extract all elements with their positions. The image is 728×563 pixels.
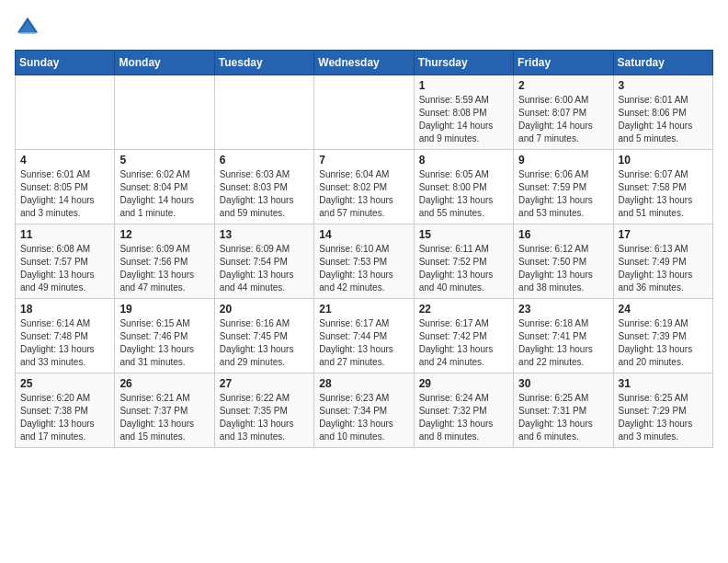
calendar-cell: 22Sunrise: 6:17 AM Sunset: 7:42 PM Dayli… — [414, 299, 513, 373]
day-number: 2 — [518, 79, 608, 92]
day-number: 22 — [419, 303, 508, 316]
calendar-cell: 12Sunrise: 6:09 AM Sunset: 7:56 PM Dayli… — [115, 224, 214, 299]
day-info: Sunrise: 6:23 AM Sunset: 7:34 PM Dayligh… — [319, 392, 408, 443]
day-info: Sunrise: 6:07 AM Sunset: 7:58 PM Dayligh… — [619, 168, 708, 220]
calendar-cell — [314, 75, 414, 150]
calendar-cell: 20Sunrise: 6:16 AM Sunset: 7:45 PM Dayli… — [214, 299, 313, 373]
calendar-cell — [115, 75, 214, 150]
day-number: 3 — [619, 79, 708, 92]
day-number: 9 — [518, 154, 608, 167]
day-number: 1 — [419, 79, 508, 92]
day-info: Sunrise: 6:24 AM Sunset: 7:32 PM Dayligh… — [419, 392, 508, 443]
calendar-cell: 23Sunrise: 6:18 AM Sunset: 7:41 PM Dayli… — [514, 299, 613, 373]
calendar-cell: 2Sunrise: 6:00 AM Sunset: 8:07 PM Daylig… — [514, 75, 613, 150]
calendar-cell: 18Sunrise: 6:14 AM Sunset: 7:48 PM Dayli… — [16, 299, 115, 373]
day-header-monday: Monday — [115, 51, 214, 75]
day-info: Sunrise: 6:06 AM Sunset: 7:59 PM Dayligh… — [518, 168, 608, 220]
calendar-cell: 17Sunrise: 6:13 AM Sunset: 7:49 PM Dayli… — [613, 224, 712, 299]
calendar-cell: 4Sunrise: 6:01 AM Sunset: 8:05 PM Daylig… — [16, 150, 115, 224]
day-info: Sunrise: 6:14 AM Sunset: 7:48 PM Dayligh… — [20, 317, 109, 369]
day-number: 26 — [119, 377, 209, 390]
day-number: 20 — [220, 303, 309, 316]
day-info: Sunrise: 6:16 AM Sunset: 7:45 PM Dayligh… — [220, 317, 309, 369]
day-info: Sunrise: 6:01 AM Sunset: 8:05 PM Dayligh… — [20, 168, 109, 220]
day-number: 4 — [20, 154, 109, 167]
day-number: 5 — [119, 154, 209, 167]
day-info: Sunrise: 6:21 AM Sunset: 7:37 PM Dayligh… — [119, 392, 209, 443]
day-number: 30 — [518, 377, 608, 390]
calendar-cell — [214, 75, 313, 150]
calendar-week-row: 11Sunrise: 6:08 AM Sunset: 7:57 PM Dayli… — [16, 224, 713, 299]
day-number: 14 — [319, 228, 408, 241]
day-header-tuesday: Tuesday — [214, 51, 313, 75]
day-number: 10 — [619, 154, 708, 167]
page-header — [15, 15, 713, 40]
calendar-cell: 27Sunrise: 6:22 AM Sunset: 7:35 PM Dayli… — [214, 373, 313, 448]
day-info: Sunrise: 6:01 AM Sunset: 8:06 PM Dayligh… — [619, 94, 708, 145]
calendar-cell: 13Sunrise: 6:09 AM Sunset: 7:54 PM Dayli… — [214, 224, 313, 299]
day-info: Sunrise: 6:20 AM Sunset: 7:38 PM Dayligh… — [20, 392, 109, 443]
calendar-cell: 24Sunrise: 6:19 AM Sunset: 7:39 PM Dayli… — [613, 299, 712, 373]
day-info: Sunrise: 6:11 AM Sunset: 7:52 PM Dayligh… — [419, 243, 508, 294]
day-number: 23 — [518, 303, 608, 316]
day-info: Sunrise: 6:04 AM Sunset: 8:02 PM Dayligh… — [319, 168, 408, 220]
logo — [15, 15, 44, 40]
logo-icon — [15, 15, 40, 40]
day-info: Sunrise: 6:22 AM Sunset: 7:35 PM Dayligh… — [220, 392, 309, 443]
day-info: Sunrise: 6:18 AM Sunset: 7:41 PM Dayligh… — [518, 317, 608, 369]
calendar-cell: 29Sunrise: 6:24 AM Sunset: 7:32 PM Dayli… — [414, 373, 513, 448]
calendar-cell: 7Sunrise: 6:04 AM Sunset: 8:02 PM Daylig… — [314, 150, 414, 224]
day-number: 16 — [518, 228, 608, 241]
calendar-week-row: 1Sunrise: 5:59 AM Sunset: 8:08 PM Daylig… — [16, 75, 713, 150]
calendar-cell: 1Sunrise: 5:59 AM Sunset: 8:08 PM Daylig… — [414, 75, 513, 150]
calendar-cell: 5Sunrise: 6:02 AM Sunset: 8:04 PM Daylig… — [115, 150, 214, 224]
day-info: Sunrise: 6:03 AM Sunset: 8:03 PM Dayligh… — [220, 168, 309, 220]
calendar-cell: 28Sunrise: 6:23 AM Sunset: 7:34 PM Dayli… — [314, 373, 414, 448]
day-info: Sunrise: 6:05 AM Sunset: 8:00 PM Dayligh… — [419, 168, 508, 220]
day-number: 25 — [20, 377, 109, 390]
day-number: 8 — [419, 154, 508, 167]
calendar-week-row: 25Sunrise: 6:20 AM Sunset: 7:38 PM Dayli… — [16, 373, 713, 448]
day-header-sunday: Sunday — [16, 51, 115, 75]
day-number: 15 — [419, 228, 508, 241]
day-info: Sunrise: 6:19 AM Sunset: 7:39 PM Dayligh… — [619, 317, 708, 369]
day-number: 13 — [220, 228, 309, 241]
day-number: 6 — [220, 154, 309, 167]
day-number: 12 — [119, 228, 209, 241]
day-info: Sunrise: 6:17 AM Sunset: 7:42 PM Dayligh… — [419, 317, 508, 369]
day-info: Sunrise: 6:09 AM Sunset: 7:56 PM Dayligh… — [119, 243, 209, 294]
day-number: 24 — [619, 303, 708, 316]
calendar-cell: 31Sunrise: 6:25 AM Sunset: 7:29 PM Dayli… — [613, 373, 712, 448]
calendar-cell: 16Sunrise: 6:12 AM Sunset: 7:50 PM Dayli… — [514, 224, 613, 299]
day-info: Sunrise: 6:00 AM Sunset: 8:07 PM Dayligh… — [518, 94, 608, 145]
calendar-cell: 26Sunrise: 6:21 AM Sunset: 7:37 PM Dayli… — [115, 373, 214, 448]
calendar-cell: 8Sunrise: 6:05 AM Sunset: 8:00 PM Daylig… — [414, 150, 513, 224]
calendar-cell: 6Sunrise: 6:03 AM Sunset: 8:03 PM Daylig… — [214, 150, 313, 224]
calendar-table: SundayMondayTuesdayWednesdayThursdayFrid… — [15, 50, 713, 448]
day-header-thursday: Thursday — [414, 51, 513, 75]
calendar-cell: 14Sunrise: 6:10 AM Sunset: 7:53 PM Dayli… — [314, 224, 414, 299]
day-info: Sunrise: 6:25 AM Sunset: 7:31 PM Dayligh… — [518, 392, 608, 443]
day-number: 19 — [119, 303, 209, 316]
day-info: Sunrise: 6:12 AM Sunset: 7:50 PM Dayligh… — [518, 243, 608, 294]
calendar-cell: 30Sunrise: 6:25 AM Sunset: 7:31 PM Dayli… — [514, 373, 613, 448]
calendar-cell: 11Sunrise: 6:08 AM Sunset: 7:57 PM Dayli… — [16, 224, 115, 299]
day-number: 27 — [220, 377, 309, 390]
calendar-cell: 3Sunrise: 6:01 AM Sunset: 8:06 PM Daylig… — [613, 75, 712, 150]
day-info: Sunrise: 6:25 AM Sunset: 7:29 PM Dayligh… — [619, 392, 708, 443]
calendar-cell: 9Sunrise: 6:06 AM Sunset: 7:59 PM Daylig… — [514, 150, 613, 224]
day-info: Sunrise: 6:15 AM Sunset: 7:46 PM Dayligh… — [119, 317, 209, 369]
day-info: Sunrise: 6:02 AM Sunset: 8:04 PM Dayligh… — [119, 168, 209, 220]
day-number: 31 — [619, 377, 708, 390]
day-number: 28 — [319, 377, 408, 390]
calendar-cell: 21Sunrise: 6:17 AM Sunset: 7:44 PM Dayli… — [314, 299, 414, 373]
day-number: 7 — [319, 154, 408, 167]
calendar-cell: 25Sunrise: 6:20 AM Sunset: 7:38 PM Dayli… — [16, 373, 115, 448]
calendar-cell: 19Sunrise: 6:15 AM Sunset: 7:46 PM Dayli… — [115, 299, 214, 373]
calendar-header-row: SundayMondayTuesdayWednesdayThursdayFrid… — [16, 51, 713, 75]
day-info: Sunrise: 6:09 AM Sunset: 7:54 PM Dayligh… — [220, 243, 309, 294]
day-number: 29 — [419, 377, 508, 390]
day-info: Sunrise: 6:13 AM Sunset: 7:49 PM Dayligh… — [619, 243, 708, 294]
day-number: 11 — [20, 228, 109, 241]
day-header-wednesday: Wednesday — [314, 51, 414, 75]
